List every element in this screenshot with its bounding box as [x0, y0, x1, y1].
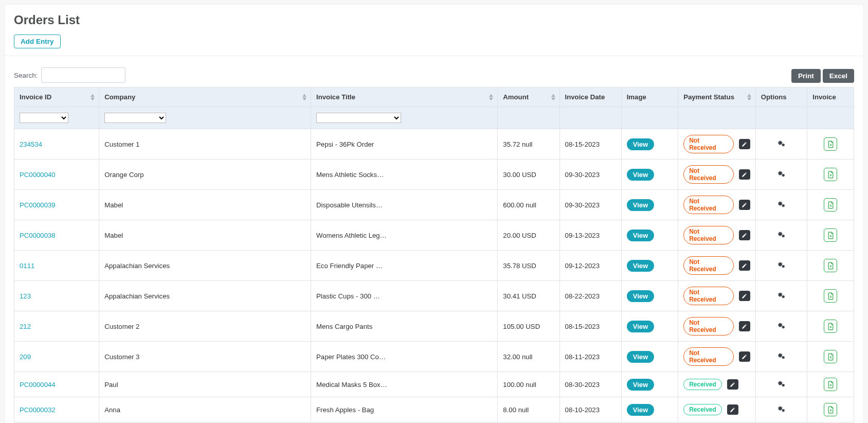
file-invoice-icon[interactable] — [824, 198, 837, 212]
gears-icon[interactable] — [777, 202, 786, 209]
cell-image: View — [622, 220, 678, 251]
invoice-id-link[interactable]: PC0000039 — [20, 201, 56, 209]
file-invoice-icon[interactable] — [824, 259, 837, 272]
gears-icon[interactable] — [777, 141, 786, 149]
payment-status-badge: Received — [683, 379, 722, 390]
table-row: PC0000032AnnaFresh Apples - Bag8.00 null… — [14, 397, 854, 422]
cell-invoice — [807, 190, 854, 220]
col-company[interactable]: Company — [99, 87, 311, 107]
file-invoice-icon[interactable] — [824, 137, 837, 151]
invoice-id-link[interactable]: PC0000038 — [20, 232, 56, 239]
gears-icon[interactable] — [777, 407, 786, 414]
file-invoice-icon[interactable] — [824, 378, 837, 391]
filter-invoice-id[interactable] — [20, 113, 68, 123]
cell-payment-status: Received — [678, 397, 756, 422]
col-invoice-title[interactable]: Invoice Title — [311, 87, 498, 107]
table-row: 234534Customer 1Pepsi - 36Pk Order35.72 … — [14, 129, 854, 160]
gears-icon[interactable] — [777, 262, 786, 270]
cell-invoice-title: Plastic Cups - 300 … — [311, 281, 498, 311]
col-invoice-id[interactable]: Invoice ID — [14, 87, 99, 107]
col-label: Invoice Title — [316, 93, 355, 101]
cell-options — [756, 251, 808, 281]
cell-invoice-id: PC0000032 — [14, 397, 99, 422]
invoice-id-link[interactable]: 0111 — [20, 262, 34, 270]
file-invoice-icon[interactable] — [824, 228, 837, 242]
edit-icon[interactable] — [739, 260, 750, 271]
payment-status-badge: Not Received — [683, 256, 734, 275]
cell-invoice-id: 0111 — [14, 251, 99, 281]
col-label: Invoice Date — [565, 93, 605, 101]
file-invoice-icon[interactable] — [824, 168, 837, 181]
cell-invoice-title: Fresh Apples - Bag — [311, 397, 498, 422]
invoice-id-link[interactable]: 234534 — [20, 140, 42, 148]
cell-amount: 105.00 USD — [498, 311, 559, 342]
excel-button[interactable]: Excel — [823, 69, 854, 83]
col-invoice-date[interactable]: Invoice Date — [560, 87, 622, 107]
col-payment-status[interactable]: Payment Status — [678, 87, 756, 107]
payment-status-badge: Not Received — [683, 287, 734, 305]
invoice-id-link[interactable]: 209 — [20, 353, 31, 361]
edit-icon[interactable] — [727, 379, 738, 390]
cell-image: View — [622, 129, 678, 160]
orders-table: Invoice ID Company Invoice Title — [14, 87, 854, 422]
cell-invoice-date: 08-11-2023 — [560, 342, 622, 372]
edit-icon[interactable] — [739, 321, 750, 331]
edit-icon[interactable] — [739, 291, 750, 301]
cell-amount: 8.00 null — [498, 397, 559, 422]
table-row: 0111Appalachian ServicesEco Friendly Pap… — [14, 251, 854, 281]
view-button[interactable]: View — [627, 230, 654, 241]
cell-amount: 30.41 USD — [498, 281, 559, 311]
view-button[interactable]: View — [627, 138, 654, 150]
view-button[interactable]: View — [627, 404, 654, 416]
col-invoice: Invoice — [807, 87, 854, 107]
view-button[interactable]: View — [627, 321, 654, 332]
gears-icon[interactable] — [777, 171, 786, 179]
cell-invoice — [807, 281, 854, 311]
file-invoice-icon[interactable] — [824, 403, 837, 416]
view-button[interactable]: View — [627, 169, 654, 181]
invoice-id-link[interactable]: 123 — [20, 292, 31, 300]
col-image[interactable]: Image — [622, 87, 678, 107]
cell-invoice-date: 09-30-2023 — [560, 190, 622, 220]
cell-invoice-date: 09-12-2023 — [560, 251, 622, 281]
cell-image: View — [622, 160, 678, 190]
view-button[interactable]: View — [627, 260, 654, 272]
view-button[interactable]: View — [627, 379, 654, 391]
add-entry-button[interactable]: Add Entry — [14, 34, 61, 48]
filter-invoice-title[interactable] — [316, 113, 401, 123]
cell-amount: 600.00 null — [498, 190, 559, 220]
edit-icon[interactable] — [739, 200, 750, 210]
invoice-id-link[interactable]: PC0000040 — [20, 171, 56, 179]
view-button[interactable]: View — [627, 199, 654, 211]
filter-company[interactable] — [104, 113, 166, 123]
cell-amount: 32.00 null — [498, 342, 559, 372]
edit-icon[interactable] — [727, 404, 738, 415]
cell-options — [756, 311, 808, 342]
invoice-id-link[interactable]: 212 — [20, 323, 31, 330]
file-invoice-icon[interactable] — [824, 320, 837, 333]
payment-status-badge: Not Received — [683, 165, 734, 184]
col-amount[interactable]: Amount — [498, 87, 559, 107]
search-input[interactable] — [41, 67, 125, 83]
cell-invoice-title: Pepsi - 36Pk Order — [311, 129, 498, 160]
payment-status-badge: Not Received — [683, 226, 734, 244]
gears-icon[interactable] — [777, 323, 786, 331]
file-invoice-icon[interactable] — [824, 289, 837, 303]
cell-invoice — [807, 372, 854, 397]
edit-icon[interactable] — [739, 139, 750, 149]
view-button[interactable]: View — [627, 290, 654, 302]
gears-icon[interactable] — [777, 381, 786, 389]
edit-icon[interactable] — [739, 230, 750, 240]
file-invoice-icon[interactable] — [824, 350, 837, 363]
gears-icon[interactable] — [777, 354, 786, 361]
cell-payment-status: Not Received — [678, 160, 756, 190]
gears-icon[interactable] — [777, 293, 786, 301]
gears-icon[interactable] — [777, 232, 786, 240]
cell-options — [756, 190, 808, 220]
edit-icon[interactable] — [739, 169, 750, 180]
invoice-id-link[interactable]: PC0000032 — [20, 406, 56, 414]
view-button[interactable]: View — [627, 351, 654, 363]
invoice-id-link[interactable]: PC0000044 — [20, 381, 56, 389]
edit-icon[interactable] — [739, 351, 750, 362]
print-button[interactable]: Print — [791, 69, 821, 83]
